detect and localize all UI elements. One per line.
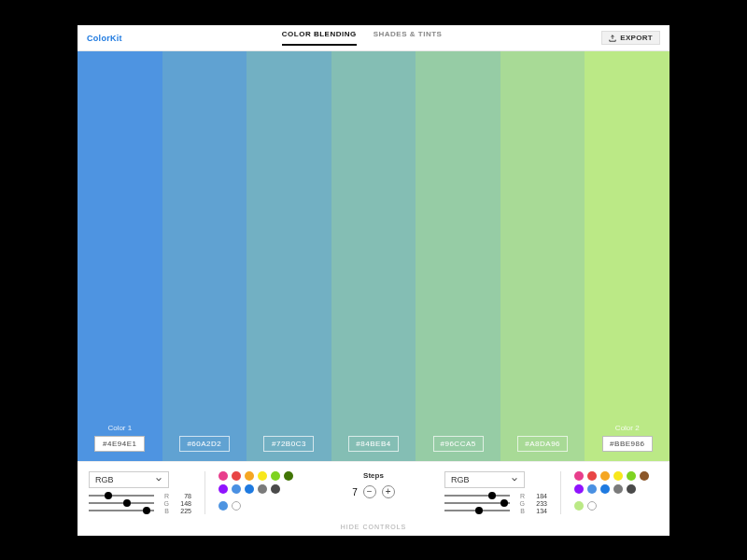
tab-color-blending[interactable]: COLOR BLENDING	[282, 30, 357, 46]
color-chip[interactable]	[587, 484, 597, 494]
export-icon	[609, 35, 616, 42]
color-chip[interactable]	[284, 484, 293, 494]
color-chip[interactable]	[218, 471, 228, 481]
steps-label: Steps	[363, 471, 384, 480]
rgb-value: 233	[530, 500, 547, 507]
color-chip[interactable]	[218, 501, 228, 511]
swatch[interactable]: #60A2D2	[162, 51, 247, 461]
right-mode-column: RGB R184G233B134	[444, 471, 547, 514]
steps-column: Steps 7 − +	[316, 471, 431, 498]
hex-input[interactable]: #4E94E1	[94, 436, 145, 452]
color-chip[interactable]	[218, 484, 228, 494]
hex-label: #A8DA96	[517, 436, 568, 452]
color-chip[interactable]	[600, 484, 610, 494]
swatch-title: Color 2	[615, 424, 640, 432]
color-chip[interactable]	[574, 484, 584, 494]
swatch[interactable]: Color 1#4E94E1	[78, 51, 162, 461]
swatch[interactable]: #72B0C3	[247, 51, 331, 461]
slider-row-b: B134	[444, 507, 547, 514]
rgb-channel-label: B	[515, 508, 525, 514]
left-mode-value: RGB	[95, 475, 114, 484]
rgb-channel-label: G	[515, 500, 525, 507]
hex-label: #96CCA5	[433, 436, 484, 452]
color-chip[interactable]	[587, 501, 597, 511]
steps-decrement-button[interactable]: −	[363, 485, 376, 498]
slider-row-g: G233	[444, 499, 547, 507]
hex-label: #84BEB4	[348, 436, 399, 452]
rgb-channel-label: B	[160, 508, 169, 514]
swatch-row: Color 1#4E94E1#60A2D2#72B0C3#84BEB4#96CC…	[78, 51, 669, 461]
color-chip[interactable]	[587, 471, 597, 481]
left-sliders: R78G148B225	[89, 492, 191, 514]
logo[interactable]: ColorKit	[87, 34, 122, 43]
slider-r[interactable]	[89, 492, 154, 499]
left-mode-select[interactable]: RGB	[89, 471, 169, 488]
color-chip[interactable]	[271, 484, 280, 494]
divider	[560, 471, 561, 514]
color-chip[interactable]	[600, 471, 610, 481]
controls-panel: RGB R78G148B225 Steps 7 − + RGB R1	[78, 461, 669, 520]
hide-controls-button[interactable]: HIDE CONTROLS	[78, 520, 669, 536]
header-bar: ColorKit COLOR BLENDING SHADES & TINTS E…	[78, 25, 669, 51]
slider-g[interactable]	[89, 499, 154, 507]
color-chip[interactable]	[613, 484, 623, 494]
right-recent-row	[574, 501, 658, 511]
steps-row: 7 − +	[352, 485, 395, 498]
swatch-title: Color 1	[107, 424, 132, 432]
color-chip[interactable]	[627, 471, 636, 481]
color-chip[interactable]	[245, 484, 254, 494]
color-chip[interactable]	[245, 471, 254, 481]
slider-row-b: B225	[89, 507, 191, 514]
hex-label: #60A2D2	[179, 436, 230, 452]
color-chip[interactable]	[613, 471, 623, 481]
color-chip[interactable]	[284, 471, 293, 481]
color-chip[interactable]	[271, 471, 280, 481]
tabs: COLOR BLENDING SHADES & TINTS	[282, 30, 443, 46]
rgb-value: 184	[530, 493, 547, 499]
rgb-channel-label: R	[160, 493, 169, 499]
slider-r[interactable]	[444, 492, 510, 499]
slider-row-r: R78	[89, 492, 191, 499]
color-chip[interactable]	[640, 484, 649, 494]
steps-increment-button[interactable]: +	[382, 485, 395, 498]
rgb-value: 134	[530, 508, 547, 514]
color-chip[interactable]	[258, 471, 267, 481]
tab-shades-tints[interactable]: SHADES & TINTS	[374, 30, 443, 46]
slider-g[interactable]	[444, 499, 510, 507]
divider	[204, 471, 205, 514]
chevron-down-icon	[511, 476, 518, 483]
color-chip[interactable]	[232, 471, 241, 481]
rgb-channel-label: G	[160, 500, 169, 507]
right-mode-select[interactable]: RGB	[444, 471, 525, 488]
swatch[interactable]: Color 2#BBE986	[585, 51, 669, 461]
export-button[interactable]: EXPORT	[601, 31, 660, 45]
color-chip[interactable]	[258, 484, 267, 494]
slider-row-g: G148	[89, 499, 191, 507]
hex-input[interactable]: #BBE986	[602, 436, 653, 452]
swatch[interactable]: #A8DA96	[500, 51, 585, 461]
slider-b[interactable]	[444, 507, 510, 514]
color-chip[interactable]	[574, 471, 584, 481]
color-chip[interactable]	[574, 501, 584, 511]
rgb-value: 225	[175, 508, 191, 514]
left-chips-column	[218, 471, 303, 511]
color-chip[interactable]	[640, 471, 649, 481]
export-label: EXPORT	[620, 34, 653, 42]
swatch[interactable]: #84BEB4	[331, 51, 416, 461]
color-chip[interactable]	[627, 484, 636, 494]
rgb-value: 78	[175, 493, 191, 499]
left-mode-column: RGB R78G148B225	[89, 471, 191, 514]
swatch[interactable]: #96CCA5	[416, 51, 500, 461]
steps-value: 7	[352, 487, 358, 497]
chevron-down-icon	[155, 476, 162, 483]
color-chip[interactable]	[232, 484, 241, 494]
left-chip-grid	[218, 471, 303, 494]
rgb-channel-label: R	[515, 493, 525, 499]
right-mode-value: RGB	[451, 475, 470, 484]
color-chip[interactable]	[232, 501, 241, 511]
slider-b[interactable]	[89, 507, 154, 514]
rgb-value: 148	[175, 500, 191, 507]
right-chip-grid	[574, 471, 658, 494]
right-chips-column	[574, 471, 658, 511]
slider-row-r: R184	[444, 492, 547, 499]
